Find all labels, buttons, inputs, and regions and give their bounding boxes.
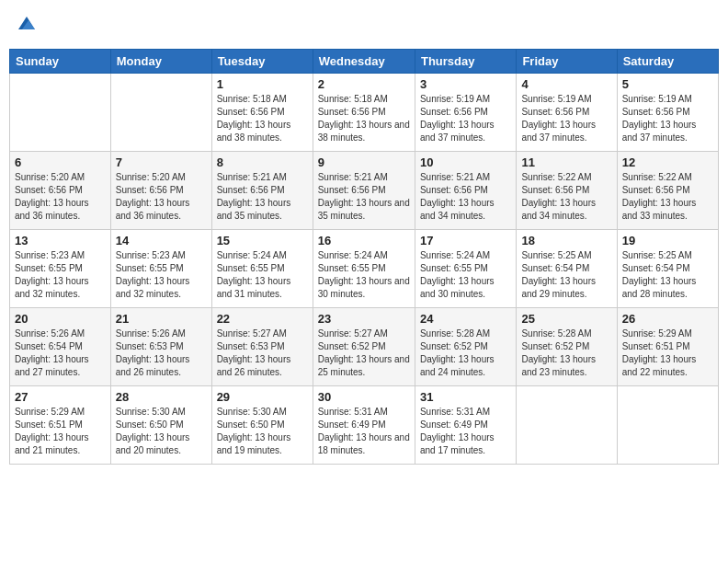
day-number: 18 <box>521 234 611 247</box>
calendar-week-row: 6Sunrise: 5:20 AM Sunset: 6:56 PM Daylig… <box>10 152 719 230</box>
day-number: 23 <box>318 312 410 326</box>
day-number: 15 <box>217 234 308 247</box>
calendar-cell: 6Sunrise: 5:20 AM Sunset: 6:56 PM Daylig… <box>10 152 111 230</box>
calendar-cell: 24Sunrise: 5:28 AM Sunset: 6:52 PM Dayli… <box>415 308 516 386</box>
day-number: 20 <box>15 312 106 326</box>
day-detail: Sunrise: 5:22 AM Sunset: 6:56 PM Dayligh… <box>521 171 611 223</box>
day-detail: Sunrise: 5:24 AM Sunset: 6:55 PM Dayligh… <box>420 249 511 301</box>
day-number: 14 <box>116 234 207 247</box>
day-number: 2 <box>318 77 410 91</box>
logo <box>15 13 37 38</box>
day-detail: Sunrise: 5:29 AM Sunset: 6:51 PM Dayligh… <box>15 406 106 457</box>
calendar-day-header: Thursday <box>415 50 516 74</box>
day-number: 31 <box>420 390 511 404</box>
day-detail: Sunrise: 5:23 AM Sunset: 6:55 PM Dayligh… <box>15 249 106 301</box>
calendar-cell: 27Sunrise: 5:29 AM Sunset: 6:51 PM Dayli… <box>10 386 111 465</box>
calendar-cell: 5Sunrise: 5:19 AM Sunset: 6:56 PM Daylig… <box>617 74 718 152</box>
day-detail: Sunrise: 5:18 AM Sunset: 6:56 PM Dayligh… <box>217 93 308 144</box>
day-number: 3 <box>420 77 511 91</box>
calendar-cell <box>110 74 211 152</box>
day-detail: Sunrise: 5:22 AM Sunset: 6:56 PM Dayligh… <box>622 171 713 223</box>
day-detail: Sunrise: 5:28 AM Sunset: 6:52 PM Dayligh… <box>521 327 611 379</box>
logo-icon <box>17 13 37 33</box>
calendar-cell: 9Sunrise: 5:21 AM Sunset: 6:56 PM Daylig… <box>313 152 415 230</box>
day-detail: Sunrise: 5:23 AM Sunset: 6:55 PM Dayligh… <box>116 249 207 301</box>
day-number: 22 <box>217 312 308 326</box>
calendar-table: SundayMondayTuesdayWednesdayThursdayFrid… <box>9 49 719 465</box>
calendar-cell: 13Sunrise: 5:23 AM Sunset: 6:55 PM Dayli… <box>10 230 111 308</box>
day-detail: Sunrise: 5:31 AM Sunset: 6:49 PM Dayligh… <box>420 406 511 457</box>
day-number: 16 <box>318 234 410 247</box>
calendar-cell: 10Sunrise: 5:21 AM Sunset: 6:56 PM Dayli… <box>415 152 516 230</box>
calendar-header-row: SundayMondayTuesdayWednesdayThursdayFrid… <box>10 50 719 74</box>
day-number: 30 <box>318 390 410 404</box>
day-detail: Sunrise: 5:27 AM Sunset: 6:53 PM Dayligh… <box>217 327 308 379</box>
day-number: 5 <box>622 77 713 91</box>
calendar-day-header: Tuesday <box>211 50 313 74</box>
calendar-cell <box>617 386 718 465</box>
day-detail: Sunrise: 5:18 AM Sunset: 6:56 PM Dayligh… <box>318 93 410 144</box>
day-detail: Sunrise: 5:19 AM Sunset: 6:56 PM Dayligh… <box>521 93 611 144</box>
day-number: 27 <box>15 390 106 404</box>
calendar-week-row: 13Sunrise: 5:23 AM Sunset: 6:55 PM Dayli… <box>10 230 719 308</box>
day-number: 29 <box>217 390 308 404</box>
calendar-cell: 30Sunrise: 5:31 AM Sunset: 6:49 PM Dayli… <box>313 386 415 465</box>
calendar-cell: 22Sunrise: 5:27 AM Sunset: 6:53 PM Dayli… <box>211 308 313 386</box>
calendar-week-row: 20Sunrise: 5:26 AM Sunset: 6:54 PM Dayli… <box>10 308 719 386</box>
day-number: 8 <box>217 155 308 169</box>
day-number: 6 <box>15 155 106 169</box>
calendar-day-header: Friday <box>517 50 617 74</box>
day-detail: Sunrise: 5:20 AM Sunset: 6:56 PM Dayligh… <box>116 171 207 223</box>
day-detail: Sunrise: 5:25 AM Sunset: 6:54 PM Dayligh… <box>521 249 611 301</box>
calendar-cell: 25Sunrise: 5:28 AM Sunset: 6:52 PM Dayli… <box>517 308 617 386</box>
calendar-cell: 20Sunrise: 5:26 AM Sunset: 6:54 PM Dayli… <box>10 308 111 386</box>
calendar-cell: 7Sunrise: 5:20 AM Sunset: 6:56 PM Daylig… <box>110 152 211 230</box>
day-detail: Sunrise: 5:21 AM Sunset: 6:56 PM Dayligh… <box>318 171 410 223</box>
day-number: 12 <box>622 155 713 169</box>
calendar-week-row: 27Sunrise: 5:29 AM Sunset: 6:51 PM Dayli… <box>10 386 719 465</box>
calendar-cell: 18Sunrise: 5:25 AM Sunset: 6:54 PM Dayli… <box>517 230 617 308</box>
calendar-week-row: 1Sunrise: 5:18 AM Sunset: 6:56 PM Daylig… <box>10 74 719 152</box>
calendar-cell: 31Sunrise: 5:31 AM Sunset: 6:49 PM Dayli… <box>415 386 516 465</box>
calendar-day-header: Saturday <box>617 50 718 74</box>
calendar-cell: 14Sunrise: 5:23 AM Sunset: 6:55 PM Dayli… <box>110 230 211 308</box>
calendar-cell: 12Sunrise: 5:22 AM Sunset: 6:56 PM Dayli… <box>617 152 718 230</box>
day-detail: Sunrise: 5:31 AM Sunset: 6:49 PM Dayligh… <box>318 406 410 457</box>
day-number: 13 <box>15 234 106 247</box>
day-number: 7 <box>116 155 207 169</box>
day-detail: Sunrise: 5:21 AM Sunset: 6:56 PM Dayligh… <box>217 171 308 223</box>
day-number: 25 <box>521 312 611 326</box>
calendar-cell: 2Sunrise: 5:18 AM Sunset: 6:56 PM Daylig… <box>313 74 415 152</box>
calendar-day-header: Sunday <box>10 50 111 74</box>
day-detail: Sunrise: 5:19 AM Sunset: 6:56 PM Dayligh… <box>420 93 511 144</box>
day-number: 24 <box>420 312 511 326</box>
day-number: 28 <box>116 390 207 404</box>
day-number: 9 <box>318 155 410 169</box>
calendar-cell: 11Sunrise: 5:22 AM Sunset: 6:56 PM Dayli… <box>517 152 617 230</box>
day-detail: Sunrise: 5:30 AM Sunset: 6:50 PM Dayligh… <box>217 406 308 457</box>
day-detail: Sunrise: 5:29 AM Sunset: 6:51 PM Dayligh… <box>622 327 713 379</box>
calendar-body: 1Sunrise: 5:18 AM Sunset: 6:56 PM Daylig… <box>10 74 719 465</box>
day-detail: Sunrise: 5:27 AM Sunset: 6:52 PM Dayligh… <box>318 327 410 379</box>
calendar-cell <box>517 386 617 465</box>
day-number: 10 <box>420 155 511 169</box>
calendar-day-header: Wednesday <box>313 50 415 74</box>
day-detail: Sunrise: 5:26 AM Sunset: 6:54 PM Dayligh… <box>15 327 106 379</box>
calendar-cell: 19Sunrise: 5:25 AM Sunset: 6:54 PM Dayli… <box>617 230 718 308</box>
calendar-cell: 8Sunrise: 5:21 AM Sunset: 6:56 PM Daylig… <box>211 152 313 230</box>
day-detail: Sunrise: 5:20 AM Sunset: 6:56 PM Dayligh… <box>15 171 106 223</box>
day-detail: Sunrise: 5:30 AM Sunset: 6:50 PM Dayligh… <box>116 406 207 457</box>
day-detail: Sunrise: 5:24 AM Sunset: 6:55 PM Dayligh… <box>217 249 308 301</box>
calendar-cell: 23Sunrise: 5:27 AM Sunset: 6:52 PM Dayli… <box>313 308 415 386</box>
day-detail: Sunrise: 5:19 AM Sunset: 6:56 PM Dayligh… <box>622 93 713 144</box>
calendar-cell: 28Sunrise: 5:30 AM Sunset: 6:50 PM Dayli… <box>110 386 211 465</box>
page-header <box>9 9 719 41</box>
calendar-day-header: Monday <box>110 50 211 74</box>
day-number: 17 <box>420 234 511 247</box>
calendar-cell <box>10 74 111 152</box>
day-number: 26 <box>622 312 713 326</box>
calendar-cell: 4Sunrise: 5:19 AM Sunset: 6:56 PM Daylig… <box>517 74 617 152</box>
calendar-cell: 1Sunrise: 5:18 AM Sunset: 6:56 PM Daylig… <box>211 74 313 152</box>
day-number: 4 <box>521 77 611 91</box>
day-number: 19 <box>622 234 713 247</box>
